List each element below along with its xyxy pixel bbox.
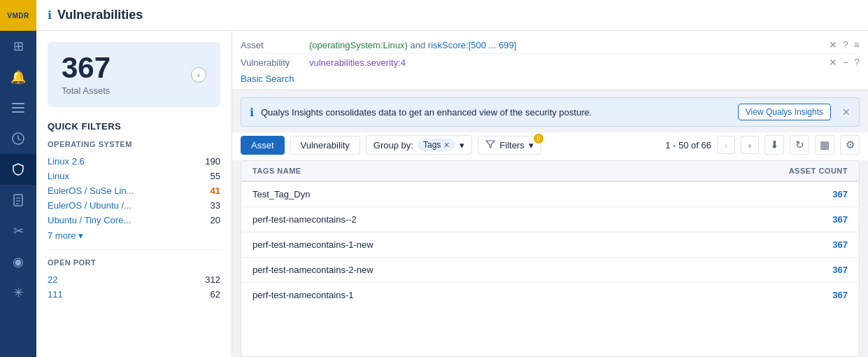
sidebar-item-clock[interactable] [0, 123, 36, 154]
asset-search-icons: ✕ ? ≡ [829, 39, 860, 50]
row-tag-name: perf-test-namecontains--2 [252, 214, 764, 225]
table-row[interactable]: perf-test-namecontains--2 367 [241, 207, 859, 232]
vulnerability-label: Vulnerability [241, 57, 304, 68]
sidebar: VMDR ⊞ 🔔 ✂ ◉ ✳ [0, 0, 36, 357]
asset-count-label: Total Assets [62, 85, 111, 96]
sidebar-item-shield[interactable] [0, 154, 36, 185]
sidebar-item-tools[interactable]: ✂ [0, 216, 36, 246]
sidebar-item-star[interactable]: ✳ [0, 277, 36, 308]
toolbar: Asset Vulnerability Group by: Tags ✕ ▾ F… [232, 132, 868, 160]
filter-item-euleros-suse[interactable]: EulerOS / SuSe Lin... 41 [48, 183, 220, 198]
refresh-button[interactable]: ↻ [790, 135, 809, 155]
main-area: ℹ Vulnerabilities 367 Total Assets ‹ QUI… [36, 0, 868, 357]
asset-search-value: (operatingSystem:Linux) and riskScore:[5… [309, 40, 823, 50]
row-tag-name: Test_Tag_Dyn [252, 189, 764, 200]
row-asset-count: 367 [764, 214, 848, 225]
asset-label: Asset [241, 40, 304, 50]
filter-funnel-icon [485, 139, 495, 151]
group-by-tag-close[interactable]: ✕ [443, 141, 450, 150]
svg-rect-4 [14, 195, 22, 206]
table-row[interactable]: perf-test-namecontains-2-new 367 [241, 258, 859, 283]
row-asset-count: 367 [764, 239, 848, 250]
sidebar-item-list[interactable] [0, 92, 36, 123]
row-tag-name: perf-test-namecontains-2-new [252, 265, 764, 275]
collapse-button[interactable]: ‹ [191, 67, 206, 83]
pagination-next-button[interactable]: › [741, 136, 759, 154]
operating-system-section-title: OPERATING SYSTEM [48, 140, 220, 148]
asset-count-info: 367 Total Assets [62, 53, 111, 96]
group-by-label: Group by: [373, 140, 413, 150]
filter-item-port111[interactable]: 111 62 [48, 287, 220, 302]
asset-clear-icon[interactable]: ✕ [829, 39, 837, 50]
filter-item-ubuntu-tiny[interactable]: Ubuntu / Tiny Core... 20 [48, 213, 220, 227]
svg-rect-2 [12, 111, 24, 113]
svg-rect-0 [12, 103, 24, 104]
row-asset-count: 367 [764, 189, 848, 200]
quick-filters-section: QUICK FILTERS OPERATING SYSTEM Linux 2.6… [36, 118, 232, 357]
quick-filters-title: QUICK FILTERS [48, 121, 220, 132]
filters-badge: 0 [534, 134, 543, 144]
section-divider [48, 249, 220, 250]
filter-item-port22[interactable]: 22 312 [48, 272, 220, 287]
table-row[interactable]: Test_Tag_Dyn 367 [241, 182, 859, 207]
svg-rect-1 [12, 107, 24, 108]
group-by-expand-icon[interactable]: ▾ [460, 140, 464, 150]
more-os-link[interactable]: 7 more ▾ [48, 230, 220, 241]
settings-button[interactable]: ⚙ [840, 135, 860, 155]
insights-close-icon[interactable]: ✕ [842, 106, 851, 118]
insights-banner-text: Qualys Insights consolidates data to get… [261, 107, 731, 118]
left-panel: 367 Total Assets ‹ QUICK FILTERS OPERATI… [36, 31, 232, 357]
right-panel: Asset (operatingSystem:Linux) and riskSc… [232, 31, 868, 357]
group-by-tag-pill: Tags ✕ [418, 139, 455, 151]
asset-count-number: 367 [62, 53, 111, 83]
content-row: 367 Total Assets ‹ QUICK FILTERS OPERATI… [36, 31, 868, 357]
table-row[interactable]: perf-test-namecontains-1 367 [241, 283, 859, 307]
data-table: TAGS NAME ASSET COUNT Test_Tag_Dyn 367 p… [241, 160, 860, 357]
page-header: ℹ Vulnerabilities [36, 0, 868, 31]
insights-info-icon: ℹ [250, 106, 254, 119]
col-asset-count: ASSET COUNT [764, 167, 848, 175]
vulnerability-search-icons: ✕ − ? [829, 57, 860, 68]
vulnerability-search-value: vulnerabilities.severity:4 [309, 57, 823, 68]
vulnerabilities-icon: ℹ [48, 8, 52, 22]
filter-item-linux26[interactable]: Linux 2.6 190 [48, 154, 220, 169]
filters-label: Filters [499, 140, 524, 150]
sidebar-item-dashboard[interactable]: ⊞ [0, 31, 36, 62]
search-bars: Asset (operatingSystem:Linux) and riskSc… [232, 31, 868, 90]
insights-banner: ℹ Qualys Insights consolidates data to g… [241, 97, 860, 127]
asset-count-box: 367 Total Assets ‹ [48, 42, 220, 107]
vulnerability-search-row: Vulnerability vulnerabilities.severity:4… [241, 54, 860, 71]
asset-menu-icon[interactable]: ≡ [854, 39, 860, 50]
col-tags-name: TAGS NAME [252, 167, 764, 175]
sidebar-logo: VMDR [0, 0, 36, 31]
tab-vulnerability[interactable]: Vulnerability [290, 136, 360, 155]
asset-help-icon[interactable]: ? [843, 39, 848, 50]
download-button[interactable]: ⬇ [764, 135, 784, 155]
sidebar-item-layers[interactable]: ◉ [0, 246, 36, 277]
vulnerability-help-icon[interactable]: ? [854, 57, 860, 68]
basic-search-link[interactable]: Basic Search [241, 71, 294, 87]
row-asset-count: 367 [764, 265, 848, 275]
row-tag-name: perf-test-namecontains-1-new [252, 239, 764, 250]
group-by-button[interactable]: Group by: Tags ✕ ▾ [366, 135, 472, 155]
vulnerability-minus-icon[interactable]: − [843, 57, 848, 68]
view-insights-button[interactable]: View Qualys Insights [738, 104, 831, 120]
filters-button[interactable]: Filters ▾ 0 [478, 136, 541, 155]
open-port-section-title: OPEN PORT [48, 258, 220, 267]
pagination-info: 1 - 50 of 66 [665, 140, 711, 150]
vulnerability-clear-icon[interactable]: ✕ [829, 57, 837, 68]
table-row[interactable]: perf-test-namecontains-1-new 367 [241, 232, 859, 258]
filter-item-linux[interactable]: Linux 55 [48, 169, 220, 183]
filter-item-euleros-ubuntu[interactable]: EulerOS / Ubuntu /... 33 [48, 198, 220, 213]
page-title: Vulnerabilities [57, 8, 143, 22]
row-tag-name: perf-test-namecontains-1 [252, 290, 764, 300]
table-header: TAGS NAME ASSET COUNT [241, 161, 859, 182]
chart-button[interactable]: ▦ [815, 135, 834, 155]
group-by-tag-label: Tags [423, 140, 441, 150]
sidebar-item-document[interactable] [0, 185, 36, 216]
pagination-prev-button[interactable]: ‹ [717, 136, 735, 154]
row-asset-count: 367 [764, 290, 848, 300]
filters-expand-icon: ▾ [529, 140, 534, 150]
sidebar-item-alerts[interactable]: 🔔 [0, 62, 36, 92]
tab-asset[interactable]: Asset [241, 136, 285, 155]
